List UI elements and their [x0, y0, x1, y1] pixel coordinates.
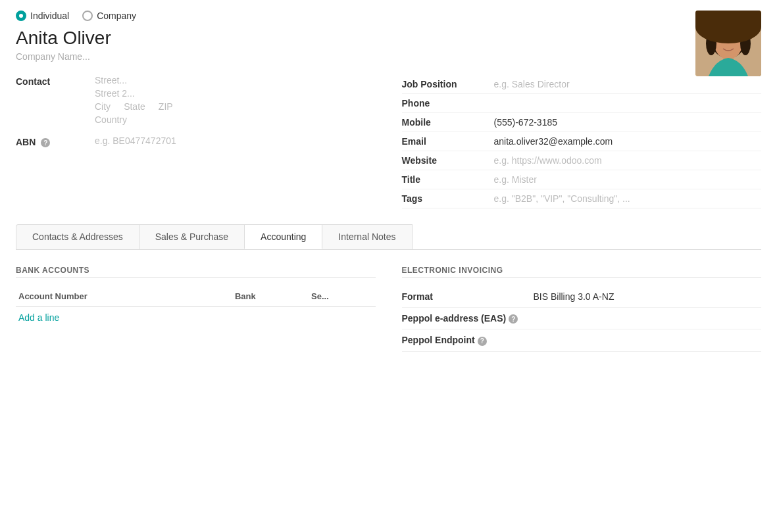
right-field-row-2: Mobile(555)-672-3185 [402, 113, 762, 132]
individual-radio-circle [16, 11, 26, 21]
zip-field[interactable]: ZIP [159, 101, 173, 112]
state-field[interactable]: State [124, 101, 145, 112]
tab-notes[interactable]: Internal Notes [322, 224, 412, 249]
col-bank: Bank [232, 286, 309, 307]
main-form: Contact Street... Street 2... City State… [16, 75, 761, 208]
abn-input[interactable]: e.g. BE0477472701 [95, 135, 176, 146]
right-field-label-5: Title [402, 174, 494, 185]
bank-accounts-table: Account Number Bank Se... [16, 286, 376, 307]
einvoice-label-0: Format [402, 291, 534, 302]
company-name-field[interactable]: Company Name... [16, 51, 761, 62]
right-field-label-2: Mobile [402, 117, 494, 128]
right-field-label-0: Job Position [402, 79, 494, 89]
contact-field-row: Contact Street... Street 2... City State… [16, 75, 376, 125]
svg-point-6 [740, 32, 751, 55]
right-field-label-4: Website [402, 155, 494, 166]
einvoice-label-1: Peppol e-address (EAS)? [402, 313, 534, 324]
electronic-invoicing-title: ELECTRONIC INVOICING [402, 266, 762, 278]
svg-point-10 [733, 39, 736, 42]
einvoice-help-icon-1[interactable]: ? [509, 314, 518, 324]
form-left: Contact Street... Street 2... City State… [16, 75, 376, 208]
company-radio[interactable]: Company [82, 11, 136, 21]
einvoice-label-2: Peppol Endpoint? [402, 335, 534, 345]
add-line-button[interactable]: Add a line [16, 307, 376, 328]
einvoice-fields: FormatBIS Billing 3.0 A-NZPeppol e-addre… [402, 286, 762, 352]
col-account-number: Account Number [16, 286, 232, 307]
form-right: Job Positione.g. Sales DirectorPhoneMobi… [402, 75, 762, 208]
bank-accounts-section: BANK ACCOUNTS Account Number Bank Se... … [16, 266, 376, 352]
right-field-row-1: Phone [402, 94, 762, 113]
street-field[interactable]: Street... [95, 75, 173, 85]
contact-type-radio-group: Individual Company [16, 11, 761, 21]
company-radio-circle [82, 11, 93, 21]
avatar[interactable] [695, 11, 761, 76]
right-field-value-2[interactable]: (555)-672-3185 [494, 117, 558, 128]
right-field-value-0[interactable]: e.g. Sales Director [494, 79, 570, 89]
country-field[interactable]: Country [95, 114, 173, 125]
right-field-row-3: Emailanita.oliver32@example.com [402, 132, 762, 151]
right-field-value-4[interactable]: e.g. https://www.odoo.com [494, 155, 602, 166]
right-field-value-5[interactable]: e.g. Mister [494, 174, 537, 185]
bank-table-header-row: Account Number Bank Se... [16, 286, 376, 307]
svg-point-9 [722, 39, 725, 42]
contact-name[interactable]: Anita Oliver [16, 28, 761, 49]
bank-accounts-title: BANK ACCOUNTS [16, 266, 376, 278]
page-container: Individual Company Anita Oliver Company … [0, 0, 777, 362]
svg-point-4 [710, 14, 747, 40]
tab-content-accounting: BANK ACCOUNTS Account Number Bank Se... … [16, 266, 761, 352]
svg-point-7 [720, 39, 726, 43]
einvoice-row-2: Peppol Endpoint? [402, 329, 762, 351]
city-field[interactable]: City [95, 101, 111, 112]
abn-help-icon[interactable]: ? [41, 138, 50, 147]
right-field-row-5: Titlee.g. Mister [402, 170, 762, 189]
einvoice-help-icon-2[interactable]: ? [478, 337, 487, 346]
abn-field-row: ABN ? e.g. BE0477472701 [16, 135, 376, 147]
tabs-container: Contacts & Addresses Sales & Purchase Ac… [16, 224, 761, 250]
einvoice-row-1: Peppol e-address (EAS)? [402, 308, 762, 329]
individual-radio[interactable]: Individual [16, 11, 69, 21]
right-field-row-6: Tagse.g. "B2B", "VIP", "Consulting", ... [402, 189, 762, 208]
right-fields-container: Job Positione.g. Sales DirectorPhoneMobi… [402, 75, 762, 208]
city-state-zip-row: City State ZIP [95, 101, 173, 112]
right-field-value-6[interactable]: e.g. "B2B", "VIP", "Consulting", ... [494, 193, 630, 204]
tab-sales[interactable]: Sales & Purchase [139, 224, 245, 249]
svg-point-3 [714, 25, 743, 59]
avatar-image [695, 11, 761, 76]
abn-label: ABN ? [16, 135, 95, 147]
svg-point-5 [706, 32, 716, 55]
einvoice-value-0[interactable]: BIS Billing 3.0 A-NZ [534, 291, 614, 302]
street2-field[interactable]: Street 2... [95, 88, 173, 99]
right-field-label-1: Phone [402, 98, 494, 109]
company-label: Company [97, 11, 136, 21]
right-field-row-4: Websitee.g. https://www.odoo.com [402, 151, 762, 170]
right-field-label-6: Tags [402, 193, 494, 204]
right-field-row-0: Job Positione.g. Sales Director [402, 75, 762, 94]
electronic-invoicing-section: ELECTRONIC INVOICING FormatBIS Billing 3… [402, 266, 762, 352]
tab-contacts[interactable]: Contacts & Addresses [16, 224, 139, 249]
contact-label: Contact [16, 75, 95, 87]
col-se: Se... [309, 286, 375, 307]
individual-label: Individual [30, 11, 69, 21]
right-field-value-3[interactable]: anita.oliver32@example.com [494, 136, 613, 147]
svg-point-8 [731, 39, 736, 43]
address-block: Street... Street 2... City State ZIP Cou… [95, 75, 173, 125]
einvoice-row-0: FormatBIS Billing 3.0 A-NZ [402, 286, 762, 308]
right-field-label-3: Email [402, 136, 494, 147]
tab-accounting[interactable]: Accounting [244, 224, 322, 249]
